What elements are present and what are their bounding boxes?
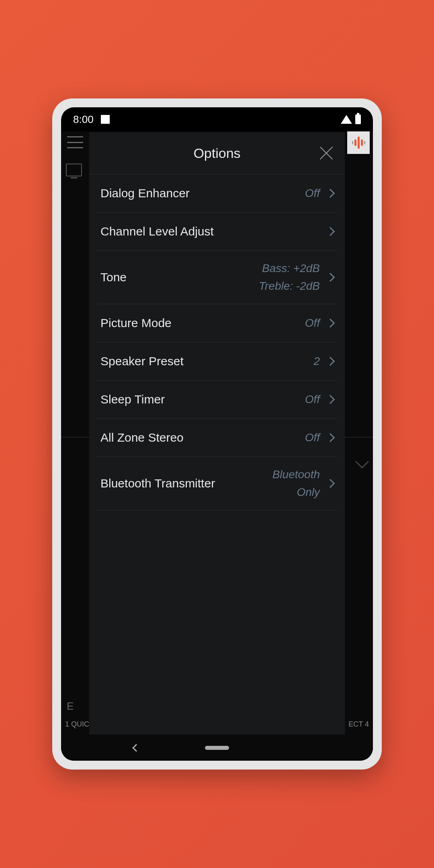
option-label: Channel Level Adjust: [100, 225, 327, 238]
chevron-right-icon: [326, 189, 335, 198]
battery-icon: [355, 115, 361, 124]
options-modal: Options Dialog Enhancer Off Channel Leve…: [89, 132, 345, 735]
option-sleep-timer[interactable]: Sleep Timer Off: [96, 381, 338, 419]
option-label: Tone: [100, 270, 259, 284]
bg-letter: E: [67, 700, 74, 712]
option-value: Off: [305, 187, 320, 200]
option-label: Sleep Timer: [100, 393, 305, 406]
modal-title: Options: [193, 145, 240, 161]
bt-value-line1: Bluetooth: [272, 468, 320, 481]
option-value-multi: Bluetooth Only: [272, 468, 320, 499]
close-button[interactable]: [319, 146, 334, 160]
chevron-right-icon: [326, 319, 335, 328]
chevron-right-icon: [326, 357, 335, 366]
tv-icon: [66, 164, 82, 176]
option-label: Dialog Enhancer: [100, 186, 305, 200]
option-all-zone-stereo[interactable]: All Zone Stereo Off: [96, 419, 338, 457]
option-label: All Zone Stereo: [100, 431, 305, 444]
heos-app-icon[interactable]: [347, 131, 370, 154]
wifi-icon: [341, 115, 352, 124]
option-dialog-enhancer[interactable]: Dialog Enhancer Off: [96, 174, 338, 213]
tone-treble-value: Treble: -2dB: [259, 280, 320, 293]
option-picture-mode[interactable]: Picture Mode Off: [96, 304, 338, 342]
option-value: Off: [305, 431, 320, 444]
option-label: Picture Mode: [100, 316, 305, 330]
chevron-right-icon: [326, 227, 335, 236]
status-time: 8:00: [73, 113, 94, 126]
device-frame: 8:00 E 1 QUIC ECT 4: [52, 98, 382, 770]
option-speaker-preset[interactable]: Speaker Preset 2: [96, 342, 338, 381]
chevron-right-icon: [326, 479, 335, 488]
status-bar: 8:00: [61, 107, 373, 131]
device-screen: 8:00 E 1 QUIC ECT 4: [61, 107, 373, 761]
chevron-right-icon: [326, 433, 335, 442]
status-square-icon: [101, 115, 110, 124]
option-value: 2: [313, 355, 320, 368]
quick-select-right-label: ECT 4: [348, 720, 369, 729]
option-label: Bluetooth Transmitter: [100, 477, 272, 490]
bt-value-line2: Only: [297, 486, 320, 499]
nav-back-icon[interactable]: [132, 744, 140, 752]
option-bluetooth-transmitter[interactable]: Bluetooth Transmitter Bluetooth Only: [96, 457, 338, 510]
hamburger-menu-icon[interactable]: [67, 136, 83, 148]
chevron-down-icon: [355, 455, 369, 469]
navigation-bar: [61, 735, 373, 761]
modal-header: Options: [89, 132, 345, 174]
options-list[interactable]: Dialog Enhancer Off Channel Level Adjust…: [89, 174, 345, 735]
option-channel-level-adjust[interactable]: Channel Level Adjust: [96, 213, 338, 251]
quick-select-left-label: 1 QUIC: [65, 720, 89, 729]
option-value: Off: [305, 393, 320, 406]
tone-bass-value: Bass: +2dB: [262, 262, 320, 275]
nav-home-icon[interactable]: [205, 746, 229, 750]
option-label: Speaker Preset: [100, 354, 313, 368]
option-value-multi: Bass: +2dB Treble: -2dB: [259, 262, 320, 293]
chevron-right-icon: [326, 273, 335, 282]
chevron-right-icon: [326, 395, 335, 404]
option-tone[interactable]: Tone Bass: +2dB Treble: -2dB: [96, 251, 338, 304]
option-value: Off: [305, 317, 320, 330]
